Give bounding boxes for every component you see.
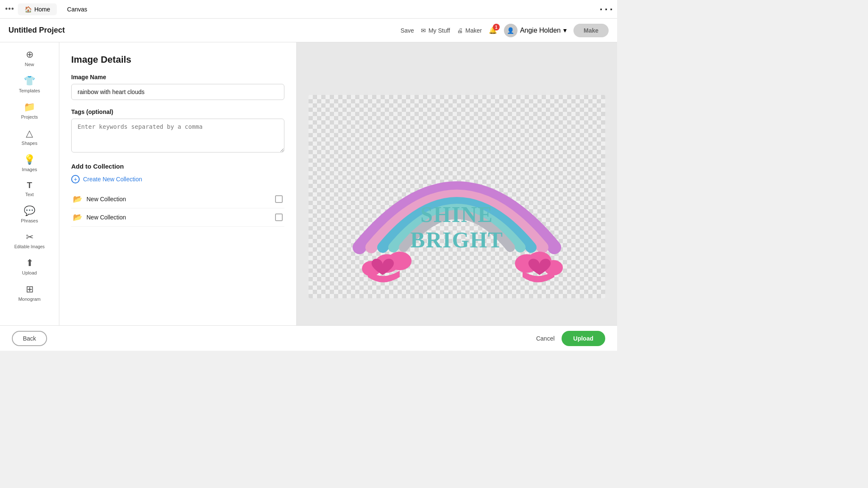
tab-canvas-label: Canvas — [67, 6, 87, 13]
sidebar-label-images: Images — [22, 167, 37, 172]
image-name-section: Image Name — [71, 74, 284, 100]
create-collection-button[interactable]: + Create New Collection — [71, 175, 142, 183]
sidebar-item-monogram[interactable]: ⊞ Monogram — [4, 280, 55, 305]
templates-icon: 👕 — [24, 75, 35, 86]
sidebar-item-new[interactable]: ⊕ New — [4, 46, 55, 70]
editable-images-icon: ✂ — [26, 232, 33, 243]
collection-checkbox-1[interactable] — [275, 195, 283, 203]
main-layout: ⊕ New 👕 Templates 📁 Projects △ Shapes 💡 … — [0, 42, 617, 351]
image-name-input[interactable] — [71, 84, 284, 100]
text-icon: T — [27, 180, 32, 190]
projects-icon: 📁 — [24, 102, 35, 113]
sidebar-label-new: New — [25, 62, 34, 67]
back-button[interactable]: Back — [12, 331, 47, 346]
title-bar: ••• 🏠 Home Canvas — [0, 0, 617, 19]
shapes-icon: △ — [26, 128, 33, 139]
collection-checkbox-2[interactable] — [275, 214, 283, 221]
user-menu[interactable]: 👤 Angie Holden ▾ — [504, 24, 567, 37]
project-title: Untitled Project — [8, 26, 65, 35]
tab-canvas[interactable]: Canvas — [60, 3, 94, 15]
cancel-button[interactable]: Cancel — [536, 335, 555, 342]
make-button[interactable]: Make — [573, 24, 609, 37]
maximize-button[interactable] — [605, 8, 607, 10]
app-bar-right: Save ✉ My Stuff 🖨 Maker 🔔 1 👤 Angie Hold… — [401, 24, 609, 37]
sidebar-item-phrases[interactable]: 💬 Phrases — [4, 202, 55, 227]
canvas-container: SHINE BRIGHT — [309, 95, 605, 298]
sidebar-item-text[interactable]: T Text — [4, 177, 55, 200]
canvas-artwork: SHINE BRIGHT — [309, 95, 605, 298]
image-details-panel: Image Details Image Name Tags (optional)… — [59, 42, 297, 351]
tab-home[interactable]: 🏠 Home — [18, 3, 57, 15]
image-name-label: Image Name — [71, 74, 284, 80]
upload-button[interactable]: Upload — [562, 331, 605, 346]
monogram-icon: ⊞ — [26, 284, 33, 295]
tags-label: Tags (optional) — [71, 108, 284, 115]
sidebar-label-shapes: Shapes — [22, 141, 37, 146]
more-options-button[interactable]: ••• — [5, 5, 14, 14]
tags-textarea[interactable] — [71, 119, 284, 152]
sidebar-item-projects[interactable]: 📁 Projects — [4, 98, 55, 123]
window-controls — [600, 8, 612, 10]
bottom-right: Cancel Upload — [536, 331, 605, 346]
save-button[interactable]: Save — [401, 27, 414, 34]
panel-title: Image Details — [71, 54, 284, 65]
sidebar-item-upload[interactable]: ⬆ Upload — [4, 254, 55, 279]
sidebar-item-shapes[interactable]: △ Shapes — [4, 125, 55, 149]
collection-item-1: 📂 New Collection — [71, 190, 284, 208]
sidebar-label-editable-images: Editable Images — [14, 244, 45, 249]
collection-name-1: New Collection — [86, 196, 126, 202]
maker-icon: 🖨 — [457, 27, 463, 34]
minimize-button[interactable] — [600, 8, 602, 10]
notification-badge: 1 — [493, 24, 500, 30]
sidebar-label-upload: Upload — [22, 270, 37, 275]
maker-button[interactable]: 🖨 Maker — [457, 27, 482, 34]
collection-section: Add to Collection + Create New Collectio… — [71, 163, 284, 227]
mystuff-button[interactable]: ✉ My Stuff — [421, 27, 450, 34]
tags-section: Tags (optional) — [71, 108, 284, 154]
sidebar-item-templates[interactable]: 👕 Templates — [4, 72, 55, 97]
sidebar-item-images[interactable]: 💡 Images — [4, 151, 55, 175]
mystuff-icon: ✉ — [421, 27, 426, 34]
sidebar-label-phrases: Phrases — [21, 218, 38, 223]
notification-bell[interactable]: 🔔 1 — [489, 26, 497, 34]
tab-home-label: Home — [34, 6, 50, 13]
sidebar-label-templates: Templates — [19, 88, 40, 93]
canvas-area: SHINE BRIGHT — [297, 42, 617, 351]
plus-circle-icon: ⊕ — [26, 49, 33, 60]
user-name: Angie Holden — [520, 27, 561, 34]
circle-plus-icon: + — [71, 175, 80, 183]
collection-section-label: Add to Collection — [71, 163, 284, 170]
collection-name-2: New Collection — [86, 214, 126, 221]
sidebar-item-editable-images[interactable]: ✂ Editable Images — [4, 228, 55, 252]
bottom-bar: Back Cancel Upload — [0, 325, 617, 351]
close-button[interactable] — [610, 8, 612, 10]
sidebar-label-projects: Projects — [21, 114, 38, 119]
sidebar-label-monogram: Monogram — [18, 297, 41, 302]
app-bar: Untitled Project Save ✉ My Stuff 🖨 Maker… — [0, 19, 617, 42]
collection-item-2: 📂 New Collection — [71, 208, 284, 227]
home-icon: 🏠 — [25, 6, 32, 13]
sidebar: ⊕ New 👕 Templates 📁 Projects △ Shapes 💡 … — [0, 42, 59, 351]
phrases-icon: 💬 — [24, 205, 35, 216]
chevron-down-icon: ▾ — [563, 26, 567, 34]
folder-icon-1: 📂 — [73, 194, 82, 204]
create-collection-label: Create New Collection — [83, 176, 142, 183]
sidebar-label-text: Text — [25, 192, 33, 197]
svg-text:SHINE: SHINE — [420, 202, 493, 227]
images-icon: 💡 — [24, 154, 35, 165]
title-bar-left: ••• 🏠 Home Canvas — [5, 3, 94, 15]
upload-icon: ⬆ — [26, 258, 33, 269]
avatar: 👤 — [504, 24, 517, 37]
svg-text:BRIGHT: BRIGHT — [410, 228, 504, 252]
folder-icon-2: 📂 — [73, 213, 82, 222]
